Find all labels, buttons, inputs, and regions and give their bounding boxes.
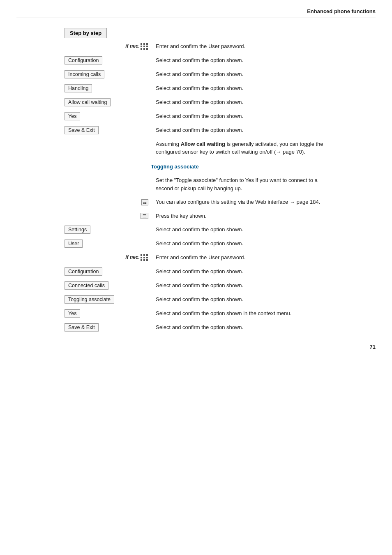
menu-item-cell: Save & Exit <box>65 322 151 333</box>
menu-item[interactable]: Handling <box>65 84 92 92</box>
desc-cell: Select and confirm the option shown. <box>151 97 327 108</box>
menu-item[interactable]: Yes <box>65 112 80 120</box>
section-heading: Toggling associate <box>151 160 327 173</box>
desc-cell: Select and confirm the option shown. <box>151 124 327 136</box>
desc-cell: Select and confirm the option shown. <box>151 322 327 333</box>
if-nec-cell: if nec. <box>65 41 151 52</box>
menu-item-cell: Settings <box>65 224 151 235</box>
press-key-icon[interactable]: ☰ <box>141 213 148 219</box>
keypad-icon <box>141 254 148 261</box>
web-icon-cell: ☷ <box>65 196 151 208</box>
menu-item-cell: Connected calls <box>65 280 151 291</box>
menu-item-cell: Allow call waiting <box>65 97 151 108</box>
menu-item[interactable]: Configuration <box>65 267 102 276</box>
step-by-step-label: Step by step <box>65 28 107 38</box>
desc-cell: Select and confirm the option shown. <box>151 280 327 291</box>
menu-item[interactable]: User <box>65 240 83 248</box>
desc-cell: Select and confirm the option shown. <box>151 83 327 94</box>
desc-cell: Press the key shown. <box>151 210 327 222</box>
web-interface-icon: ☷ <box>141 199 148 205</box>
desc-cell: Assuming Allow call waiting is generally… <box>151 138 327 158</box>
empty-step-cell <box>65 160 151 173</box>
menu-item[interactable]: Save & Exit <box>65 126 99 134</box>
menu-item-cell: User <box>65 238 151 249</box>
desc-cell: Select and confirm the option shown. <box>151 111 327 122</box>
desc-cell: You can also configure this setting via … <box>151 196 327 208</box>
desc-cell: Select and confirm the option shown in t… <box>151 308 327 319</box>
keypad-icon <box>141 43 148 50</box>
if-nec-label: if nec. <box>125 43 148 49</box>
menu-item[interactable]: Settings <box>65 226 90 234</box>
desc-cell: Enter and confirm the User password. <box>151 41 327 52</box>
menu-item-cell: Handling <box>65 83 151 94</box>
desc-cell: Select and confirm the option shown. <box>151 266 327 277</box>
page-header-title: Enhanced phone functions <box>307 8 376 14</box>
menu-item-cell: Toggling associate <box>65 294 151 305</box>
desc-cell: Select and confirm the option shown. <box>151 294 327 305</box>
desc-cell: Set the "Toggle associate" function to Y… <box>151 175 327 194</box>
menu-item-cell: Yes <box>65 111 151 122</box>
menu-item[interactable]: Configuration <box>65 56 102 64</box>
menu-item-cell: Configuration <box>65 55 151 66</box>
page-number: 71 <box>16 336 376 350</box>
menu-item[interactable]: Toggling associate <box>65 295 114 304</box>
if-nec-cell: if nec. <box>65 252 151 263</box>
desc-cell: Select and confirm the option shown. <box>151 55 327 66</box>
menu-item[interactable]: Save & Exit <box>65 323 99 332</box>
menu-item-cell: Yes <box>65 308 151 319</box>
menu-item[interactable]: Allow call waiting <box>65 98 111 106</box>
press-icon-cell: ☰ <box>65 210 151 222</box>
menu-item-cell: Save & Exit <box>65 124 151 136</box>
menu-item[interactable]: Connected calls <box>65 281 108 290</box>
menu-item[interactable]: Yes <box>65 309 80 318</box>
desc-cell: Select and confirm the option shown. <box>151 69 327 80</box>
if-nec-label: if nec. <box>125 254 148 260</box>
desc-cell: Select and confirm the option shown. <box>151 224 327 235</box>
menu-item-cell: Configuration <box>65 266 151 277</box>
desc-cell: Select and confirm the option shown. <box>151 238 327 249</box>
page-header: Enhanced phone functions <box>16 8 376 18</box>
empty-step-cell <box>65 138 151 158</box>
desc-cell: Enter and confirm the User password. <box>151 252 327 263</box>
empty-step-cell <box>65 175 151 194</box>
menu-item[interactable]: Incoming calls <box>65 70 104 78</box>
menu-item-cell: Incoming calls <box>65 69 151 80</box>
